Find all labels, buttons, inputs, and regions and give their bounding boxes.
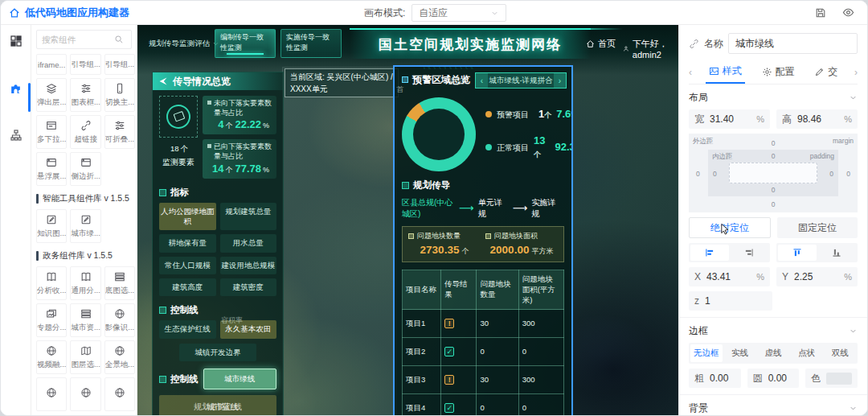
table-row[interactable]: 项目2 ✓ 0 0 <box>403 338 564 366</box>
component-search[interactable] <box>36 30 132 49</box>
overlapping-control-buttons[interactable]: 规划道路红线 城市蓝线 <box>159 395 276 416</box>
tabs-next-icon[interactable]: › <box>854 67 858 78</box>
indicator-button[interactable]: 人均公园绿地面积 <box>159 203 216 231</box>
palette-item[interactable]: 切换主... <box>104 78 135 112</box>
border-width-field[interactable]: 粗0.00 <box>689 369 741 388</box>
widgets-tab-icon[interactable] <box>10 35 23 47</box>
control-line-button[interactable]: 生态保护红线 <box>159 320 216 338</box>
layer-selector[interactable]: ‹ 城市绿线-详规拼合 › <box>475 72 567 89</box>
x-position-field[interactable]: X43.41% <box>689 267 770 286</box>
canvas-mode-label: 画布模式: <box>364 6 405 20</box>
palette-item[interactable]: 超链接 <box>70 115 100 149</box>
palette-item[interactable]: 专题分... <box>36 303 67 337</box>
indicator-button[interactable]: 规划建筑总量 <box>220 203 277 231</box>
control-line-button-selected[interactable]: 城市绿线 <box>203 369 277 389</box>
palette-item[interactable]: 分析收... <box>36 266 67 300</box>
border-section-title[interactable]: 边框 <box>689 324 858 338</box>
border-double-option[interactable]: 双线 <box>824 344 856 362</box>
border-solid-option[interactable]: 实线 <box>724 344 756 362</box>
tab-config[interactable]: 配置 <box>759 60 798 84</box>
palette-item[interactable]: 弹出层... <box>36 78 67 112</box>
align-top-button[interactable] <box>778 245 817 261</box>
mouse-cursor-icon <box>719 223 731 236</box>
components-tab-icon[interactable] <box>9 81 23 95</box>
dashboard-menu[interactable]: 规划传导监测评估 <box>149 39 219 49</box>
tabs-prev-icon[interactable]: ‹ <box>689 67 692 78</box>
save-icon[interactable] <box>815 7 826 19</box>
search-input[interactable] <box>42 35 111 44</box>
app-brand[interactable]: 低代码地图应用构建器 <box>9 6 129 20</box>
palette-item[interactable]: 多下拉... <box>36 115 67 149</box>
palette-item[interactable]: 图表框... <box>70 78 100 112</box>
border-radius-field[interactable]: 圆0.00 <box>747 369 800 388</box>
tab-compile-conduction[interactable]: 编制传导一致性监测 <box>215 29 276 58</box>
table-row[interactable]: 项目3 ! 30 300 <box>403 366 564 394</box>
control-line-button[interactable]: 永久基本农田 <box>220 320 277 338</box>
control-line-button[interactable]: 城镇开发边界 <box>179 344 256 361</box>
selector-prev-icon[interactable]: ‹ <box>476 73 488 88</box>
table-row[interactable]: 项目4 ✓ 0 0 <box>403 394 564 416</box>
y-position-field[interactable]: Y2.25% <box>776 267 858 286</box>
canvas-mode-select[interactable]: 自适应 <box>411 4 506 22</box>
dashboard-user[interactable]: 下午好，admin2 <box>623 38 678 60</box>
border-dotted-option[interactable]: 点状 <box>791 344 823 362</box>
box-model-editor[interactable]: 外边距 margin 0 内边距 padding 0 0 0 0 0 0 0 <box>689 134 858 212</box>
section-control-lines-overlay: 控制线 <box>159 373 199 385</box>
palette-item[interactable]: 城市资... <box>70 303 100 337</box>
border-color-field[interactable]: 色 <box>805 369 858 388</box>
preview-eye-icon[interactable] <box>842 6 854 19</box>
indicator-button[interactable]: 用水总量 <box>220 234 277 252</box>
palette-item[interactable]: 全景地... <box>104 340 135 374</box>
tab-implement-conduction[interactable]: 实施传导一致性监测 <box>280 29 342 58</box>
selector-next-icon[interactable]: › <box>554 73 566 88</box>
palette-item[interactable]: 引导组... <box>104 54 135 75</box>
palette-item[interactable] <box>36 377 67 411</box>
layer-tree-tab-icon[interactable] <box>10 129 23 142</box>
palette-item[interactable]: 侧边折... <box>70 152 100 186</box>
width-field[interactable]: 宽31.40% <box>689 109 770 129</box>
indicator-button[interactable]: 建设用地总规模 <box>220 257 277 274</box>
align-right-button[interactable] <box>731 245 769 261</box>
indicator-button[interactable]: 耕地保有量 <box>159 234 216 252</box>
border-none-option[interactable]: 无边框 <box>690 344 723 362</box>
palette-item[interactable]: iframe... <box>36 54 67 75</box>
palette-item[interactable]: 视频融... <box>36 340 67 374</box>
palette-item[interactable]: 知识图... <box>36 209 67 243</box>
table-row[interactable]: 项目1 ! 30 300 <box>403 310 564 338</box>
conduction-overview-panel[interactable]: 传导情况总览 18个 监测要素 未向下落实要素数量与占比 4个22.22% <box>152 72 284 416</box>
background-section-title[interactable]: 背景 <box>689 402 858 415</box>
indicator-button[interactable]: 建筑高度 <box>159 278 216 296</box>
fixed-position-button[interactable]: 固定定位 <box>777 217 858 238</box>
padding-box: 内边距 padding 0 0 <box>708 150 838 196</box>
palette-item[interactable]: 底图选... <box>104 266 135 300</box>
design-canvas[interactable]: 规划传导监测评估 编制传导一致性监测 实施传导一致性监测 国土空间规划实施监测网… <box>137 25 678 416</box>
palette-item[interactable]: 悬浮展... <box>36 152 67 186</box>
legend-warning: 预警项目 1个 7.69% <box>485 108 573 122</box>
z-index-field[interactable]: z1 <box>689 291 772 311</box>
color-swatch[interactable] <box>826 373 852 385</box>
component-name-input[interactable] <box>728 33 858 54</box>
indicator-button[interactable]: 常住人口规模 <box>159 257 216 274</box>
border-dashed-option[interactable]: 虚线 <box>757 344 789 362</box>
tab-style[interactable]: 样式 <box>706 60 745 84</box>
globe-icon <box>80 387 92 398</box>
palette-item[interactable]: 城市绿... <box>70 209 100 243</box>
tab-interaction[interactable]: 交 <box>811 60 841 84</box>
legend-normal: 正常项目 13个 92.31% <box>485 134 573 162</box>
dashboard-home-link[interactable]: 首页 <box>586 38 616 50</box>
palette-item[interactable] <box>104 377 135 411</box>
palette-item[interactable]: 影像识... <box>104 303 135 337</box>
height-field[interactable]: 高98.46% <box>776 109 858 129</box>
panel-header: 传导情况总览 <box>153 72 283 90</box>
indicator-button[interactable]: 建筑密度 <box>220 278 277 296</box>
palette-item[interactable] <box>70 377 100 411</box>
palette-item[interactable]: 引导组... <box>70 54 100 75</box>
palette-item[interactable]: 图层选... <box>70 340 100 374</box>
warning-overview-panel-selected[interactable]: 资源目 首 预警区域总览 ‹ 城市绿线-详规拼合 › 预警项目 1个 <box>393 65 573 416</box>
align-bottom-button[interactable] <box>818 245 857 261</box>
section-icon <box>159 189 166 196</box>
align-left-button[interactable] <box>690 245 729 261</box>
layout-section-title[interactable]: 布局 <box>689 91 858 105</box>
palette-item[interactable]: 通用分... <box>70 266 100 300</box>
palette-item[interactable]: 可折叠... <box>104 115 135 149</box>
